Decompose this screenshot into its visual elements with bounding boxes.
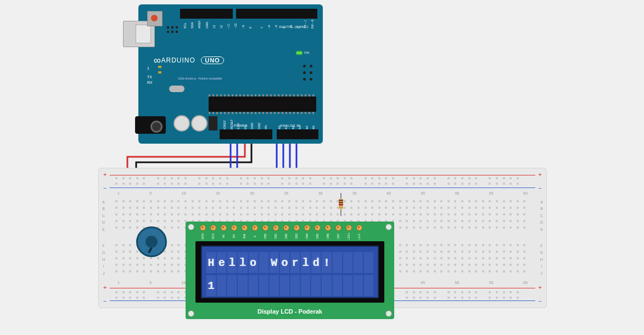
row-labels-right-top: ABCDE <box>540 199 543 233</box>
lcd-cell: W <box>270 252 279 273</box>
col-number: 20 <box>250 191 254 195</box>
lcd-cell <box>301 275 310 296</box>
col-number: 25 <box>284 191 288 195</box>
brand-label: ARDUINO <box>161 56 195 64</box>
potentiometer[interactable] <box>136 226 167 257</box>
row-letter: G <box>540 249 543 256</box>
circuit-canvas: ∞ ARDUINO UNO 123d.circuits.io - Arduino… <box>0 0 644 335</box>
digital-header-right[interactable] <box>236 9 317 19</box>
lcd-pin[interactable]: DB4 <box>304 225 309 237</box>
pad-group <box>167 26 183 37</box>
col-number: 35 <box>352 191 357 195</box>
row-letter: A <box>102 199 105 206</box>
pin-label: Vin <box>264 125 267 129</box>
power-rail-top[interactable]: + − + − <box>110 174 535 189</box>
lcd-cell: r <box>290 252 300 273</box>
lcd-pin[interactable]: RW <box>242 225 247 237</box>
row-letter: F <box>540 243 543 249</box>
analog-section-label: ANALOG IN <box>280 124 300 127</box>
lcd-pin[interactable]: DB0 <box>262 225 267 237</box>
tx-rx-led-icon <box>158 66 161 77</box>
col-number: 40 <box>387 191 391 195</box>
lcd-cell <box>280 275 289 296</box>
lcd-pin-header[interactable]: GNDVCCV0RSRWEDB0DB1DB2DB3DB4DB5DB6DB7LED… <box>200 225 361 237</box>
lcd-pin[interactable]: V0 <box>221 225 226 237</box>
pin-label: A1 <box>284 126 288 129</box>
lcd-pin[interactable]: DB2 <box>283 225 288 237</box>
minus-icon: − <box>539 298 542 304</box>
lcd-pin[interactable]: VCC <box>210 225 215 237</box>
lcd-caption: Display LCD - Poderak <box>186 308 394 315</box>
pin-label: SCL <box>183 22 187 29</box>
pin-label: ~3 <box>289 25 293 29</box>
row-letter: D <box>102 219 105 226</box>
col-number: 15 <box>216 191 220 195</box>
digital-header-left[interactable] <box>180 9 233 19</box>
lcd-cell <box>333 252 342 273</box>
row-letter: B <box>540 206 543 212</box>
capacitor-icon <box>173 115 190 132</box>
lcd-cell <box>333 275 342 296</box>
lcd-pin[interactable]: E <box>252 225 257 237</box>
lcd-pin[interactable]: DB6 <box>325 225 330 237</box>
lcd-cell <box>354 275 363 296</box>
col-number: 30 <box>318 191 323 195</box>
plus-icon: + <box>539 172 542 178</box>
lcd-16x2-module[interactable]: GNDVCCV0RSRWEDB0DB1DB2DB3DB4DB5DB6DB7LED… <box>186 222 394 319</box>
plus-icon: + <box>539 285 542 291</box>
lcd-cell: o <box>280 252 289 273</box>
row-labels-left-top: ABCDE <box>102 199 105 233</box>
row-letter: G <box>102 249 105 256</box>
minus-icon: − <box>103 185 107 191</box>
lcd-pin[interactable]: RS <box>231 225 236 237</box>
lcd-cell <box>354 252 363 273</box>
pin-label: ~10 <box>234 24 237 29</box>
lcd-pin[interactable]: LED+ <box>346 225 351 237</box>
analog-header[interactable] <box>277 129 318 139</box>
row-letter: F <box>102 243 105 249</box>
lcd-pin[interactable]: GND <box>200 225 205 237</box>
capacitor-icon <box>191 115 208 132</box>
pot-knob[interactable] <box>145 236 158 248</box>
pin-label: 4 <box>282 27 285 29</box>
lcd-pin[interactable]: LED- <box>356 225 361 237</box>
lcd-cell: l <box>301 252 310 273</box>
row-letter: B <box>102 206 105 212</box>
lcd-bezel: HelloWorld! 1 <box>195 241 384 303</box>
power-header[interactable] <box>220 129 272 139</box>
row-letter: J <box>102 270 105 277</box>
plus-icon: + <box>103 285 107 291</box>
arduino-uno-board[interactable]: ∞ ARDUINO UNO 123d.circuits.io - Arduino… <box>138 4 323 144</box>
pin-label: A2 <box>292 126 295 129</box>
row-letter: E <box>540 226 543 233</box>
lcd-cell <box>238 275 247 296</box>
lcd-pin[interactable]: DB1 <box>273 225 278 237</box>
pin-label: 7 <box>260 27 264 29</box>
minus-icon: − <box>539 185 542 191</box>
lcd-cell <box>322 275 331 296</box>
pin-label: 8 <box>249 27 252 29</box>
lcd-cell <box>259 252 268 273</box>
txrx-labels: 1 TX RX <box>147 66 153 86</box>
lcd-cell <box>227 275 237 296</box>
pin-label: ~9 <box>242 25 245 29</box>
col-number: 5 <box>149 281 152 285</box>
power-led-icon <box>296 52 302 54</box>
lcd-pin[interactable]: DB5 <box>315 225 320 237</box>
lcd-cell <box>364 275 373 296</box>
col-number: 60 <box>523 191 528 195</box>
pin-label: GND <box>250 123 254 129</box>
lcd-cell: ! <box>322 252 331 273</box>
screw-icon <box>188 224 194 230</box>
pin-label: 2 <box>296 27 300 29</box>
lcd-cell: d <box>311 252 321 273</box>
pin-label: IOREF <box>223 120 226 129</box>
lcd-pin[interactable]: DB7 <box>335 225 340 237</box>
resistor[interactable] <box>339 193 343 215</box>
pin-label: AREF <box>198 20 201 29</box>
pin-label: RX←0 <box>311 20 314 29</box>
reset-button[interactable] <box>147 11 163 26</box>
lcd-cell: e <box>217 252 226 273</box>
lcd-cell <box>270 275 279 296</box>
lcd-pin[interactable]: DB3 <box>294 225 299 237</box>
